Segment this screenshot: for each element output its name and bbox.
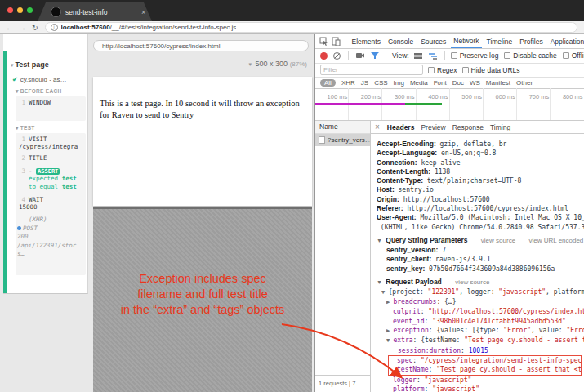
devtools-tab[interactable]: Sources [418, 36, 449, 47]
details-tab[interactable]: Headers [387, 123, 415, 131]
payload-line[interactable]: culprit: "http://localhost:57600/cypress… [377, 307, 584, 316]
tab-close-icon[interactable]: × [141, 8, 145, 16]
checkbox-icon[interactable] [504, 52, 510, 59]
command-visit[interactable]: 1 VISIT /cypress/integra [17, 136, 84, 150]
reload-icon[interactable]: ↻ [32, 24, 38, 32]
query-param-line: sentry_key: 07b50d7664f343609a84d3886096… [386, 265, 584, 274]
query-string-section-header: ▼ Query String Parameters view source vi… [377, 235, 584, 246]
view-list-icon[interactable] [413, 51, 424, 60]
device-toolbar-icon[interactable] [331, 37, 341, 47]
checkbox-icon[interactable] [428, 67, 435, 74]
document-icon [319, 136, 325, 144]
devtools-tab[interactable]: Profiles [517, 36, 546, 47]
checkbox-icon[interactable] [563, 52, 569, 59]
devtools-tab[interactable]: Elements [349, 36, 383, 47]
clear-icon[interactable] [332, 51, 342, 60]
chevron-down-icon[interactable]: ▾ [249, 61, 252, 67]
view-waterfall-icon[interactable] [428, 51, 439, 60]
close-window-button[interactable] [7, 7, 13, 13]
devtools-tab[interactable]: Console [385, 36, 416, 47]
viewport-size[interactable]: ▾ 500 x 300 (87%) [88, 60, 307, 68]
suite-title[interactable]: ▾Test page [11, 56, 86, 70]
name-column-header[interactable]: Name [315, 121, 370, 134]
command-title[interactable]: 2 TITLE [17, 154, 84, 162]
payload-line[interactable]: spec: "/cypress/integration/send-test-in… [388, 355, 582, 365]
browser-titlebar: send-test-info × [0, 0, 584, 21]
ruler-label: 400 ms [417, 88, 450, 100]
regex-checkbox[interactable]: Regex [428, 66, 457, 74]
hide-data-urls-checkbox[interactable]: Hide data URLs [462, 66, 520, 74]
collapse-caret-icon[interactable]: ▾ [16, 88, 19, 94]
type-filter[interactable]: CSS [374, 79, 387, 87]
filter-funnel-icon[interactable] [369, 51, 380, 60]
collapse-caret-icon[interactable]: ▾ [16, 125, 19, 131]
xhr-method-dot [17, 226, 21, 230]
payload-line[interactable]: event_id: "398b001c4e1741cfabbf9945adbd5… [377, 317, 584, 326]
forward-icon[interactable]: → [19, 24, 26, 32]
toolbar-checkbox[interactable]: Preserve log [451, 51, 499, 60]
devtools-tab[interactable]: Network [451, 35, 482, 48]
payload-line[interactable]: testName: "Test page cy.should - assert … [388, 365, 582, 375]
screenshot-camera-icon[interactable] [354, 51, 365, 60]
checkbox-icon[interactable] [462, 67, 469, 74]
address-bar[interactable]: i localhost:57600/__/#/tests/integration… [45, 22, 577, 33]
devtools-tab[interactable]: Application [547, 36, 584, 47]
inspect-element-icon[interactable] [319, 37, 329, 47]
header-line: Accept-Encoding: gzip, deflate, br [377, 140, 584, 149]
details-tab[interactable]: Timing [490, 123, 510, 131]
command-assert[interactable]: 3 - ASSERT expected test to equal test [17, 167, 84, 191]
payload-line[interactable]: ▼ extra: {testName: "Test page cy.should… [377, 336, 584, 345]
toolbar-checkbox[interactable]: Offline [563, 51, 584, 60]
type-filter[interactable]: Other [516, 79, 533, 87]
collapse-caret-icon[interactable]: ▼ [377, 279, 382, 285]
record-button[interactable] [320, 52, 328, 60]
view-url-encoded-link[interactable]: view URL encoded [528, 237, 583, 244]
type-filter[interactable]: Doc [452, 79, 464, 87]
type-filter[interactable]: Media [410, 79, 428, 87]
type-filter[interactable]: Manifest [486, 79, 510, 87]
details-tab[interactable]: Response [452, 123, 484, 131]
type-filter[interactable]: All [320, 79, 336, 87]
test-title[interactable]: ✔cy.should - as… [12, 76, 86, 83]
close-icon[interactable]: × [375, 122, 380, 131]
payload-line[interactable]: logger: "javascript" [377, 376, 584, 385]
payload-line[interactable]: platform: "javascript" [377, 385, 584, 392]
payload-line[interactable]: ▶ exception: {values: [{type: "Error", v… [377, 326, 584, 336]
collapse-caret-icon[interactable]: ▾ [11, 62, 14, 68]
back-icon[interactable]: ← [6, 24, 13, 32]
browser-tab[interactable]: send-test-info × [38, 2, 152, 21]
command-xhr[interactable]: (XHR) POST 200 /api/122391/stor s… [17, 216, 84, 259]
maximize-window-button[interactable] [27, 7, 33, 13]
payload-line[interactable]: ▶ breadcrumbs: {…} [377, 297, 584, 307]
divider [444, 51, 445, 60]
type-filter[interactable]: WS [470, 79, 480, 87]
view-source-link[interactable]: view source [481, 237, 515, 244]
toolbar-checkbox[interactable]: Disable cache [504, 51, 556, 60]
collapse-caret-icon[interactable]: ▼ [377, 238, 382, 243]
checkbox-icon[interactable] [451, 52, 457, 59]
devtools-tab[interactable]: Timeline [484, 36, 515, 47]
command-window[interactable]: 1 WINDOW [17, 99, 84, 106]
details-tab[interactable]: Preview [421, 123, 445, 131]
type-filter[interactable]: XHR [341, 79, 355, 87]
aut-url-pill[interactable]: http://localhost:57600/cypress/index.htm… [93, 40, 309, 51]
network-overview[interactable]: 100 ms200 ms300 ms400 ms500 ms600 ms700 … [315, 88, 584, 121]
view-label: View: [392, 51, 409, 60]
test-section[interactable]: ▾TEST [16, 125, 86, 131]
type-filter[interactable]: JS [361, 79, 368, 87]
payload-line[interactable]: session:duration: 10015 [377, 346, 584, 355]
filter-input[interactable] [320, 65, 423, 75]
request-row-selected[interactable]: ?sentry_vers… [315, 134, 370, 146]
header-line: Connection: keep-alive [377, 158, 584, 167]
command-wait[interactable]: 4 WAIT 15000 [17, 196, 84, 211]
traffic-lights[interactable] [7, 7, 33, 13]
payload-line[interactable]: ▼ {project: "122391", logger: "javascrip… [377, 287, 584, 297]
before-each-section[interactable]: ▾BEFORE EACH [16, 88, 86, 95]
page-info-icon[interactable]: i [51, 24, 58, 31]
timeline-bar-green [405, 103, 442, 105]
view-source-link[interactable]: view source [455, 278, 489, 286]
minimize-window-button[interactable] [17, 7, 23, 13]
type-filter[interactable]: Img [394, 79, 404, 87]
type-filter[interactable]: Font [434, 79, 447, 87]
divider [348, 51, 349, 60]
